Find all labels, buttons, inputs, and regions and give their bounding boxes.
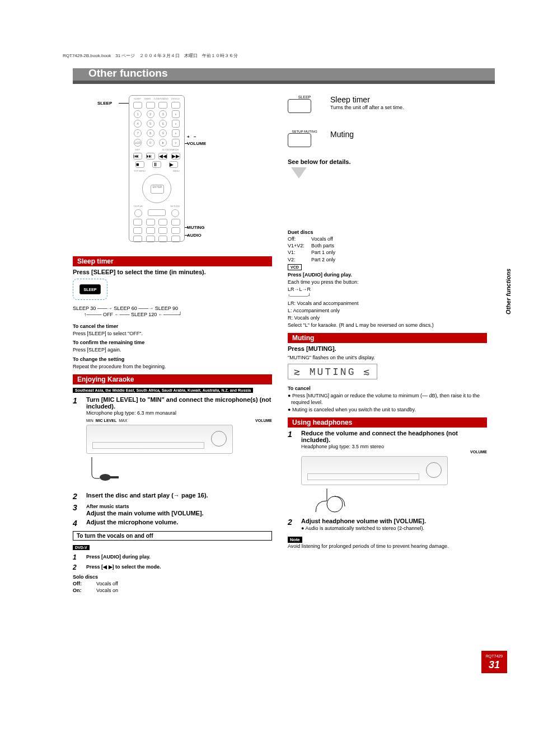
vcd-l: L: Accompaniment only: [288, 307, 487, 314]
hp-step2-h: Adjust headphone volume with [VOLUME].: [301, 518, 487, 524]
step-2-num: 2: [73, 492, 81, 501]
step-4-num: 4: [73, 519, 81, 528]
vcd-press: Press [AUDIO] during play.: [288, 272, 352, 278]
vcd-sel: Select "L" for karaoke. (R and L may be …: [288, 322, 487, 328]
step-1-h: Turn [MIC LEVEL] to "MIN" and connect th…: [86, 396, 272, 410]
svg-point-2: [327, 496, 343, 512]
label-audio: AUDIO: [187, 233, 202, 238]
step-2-h: Insert the disc and start play (→ page 1…: [86, 492, 272, 499]
sleep-instruction: Press [SLEEP] to select the time (in min…: [73, 269, 272, 275]
hp-step1-h: Reduce the volume and connect the headph…: [301, 430, 487, 443]
muting-h-top: Muting: [330, 130, 354, 139]
hp-step2-b: ● Audio is automatically switched to ste…: [305, 525, 487, 532]
sleep-cancel-h: To cancel the timer: [73, 323, 118, 329]
crop-info: RQT7429-2B.book.book 31 ページ ２００４年３月４日 木曜…: [63, 53, 238, 59]
tag-dvdv: DVD-V: [73, 545, 90, 550]
label-muting: MUTING: [187, 225, 205, 230]
muting-btn-icon: [288, 133, 311, 147]
step-4-h: Adjust the microphone volume.: [86, 519, 272, 525]
muting-display: ≳ MUTING ≲: [288, 364, 377, 379]
vocals-step1: Press [AUDIO] during play.: [86, 554, 151, 560]
sleep-change-h: To change the setting: [73, 356, 124, 362]
section-headphones: Using headphones: [288, 417, 487, 428]
vocals-box: To turn the vocals on and off: [73, 531, 272, 541]
duet-h: Duet discs: [288, 229, 313, 235]
sleep-timer-h: Sleep timer: [330, 95, 404, 104]
label-sleep: SLEEP: [97, 101, 112, 106]
vcd-cycle2: ↑————┘: [288, 293, 487, 299]
sleep-btn-icon: [288, 99, 311, 113]
tag-vcd: VCD: [288, 264, 302, 270]
svg-rect-1: [110, 476, 119, 478]
step-1-num: 1: [73, 396, 81, 405]
muting-flash: "MUTING" flashes on the unit's display.: [288, 354, 487, 361]
step-3-h: Adjust the main volume with [VOLUME].: [86, 510, 272, 516]
sleep-confirm-t: Press [SLEEP] again.: [73, 346, 272, 353]
note-tag: Note: [288, 537, 302, 543]
solo-h: Solo discs: [73, 574, 98, 580]
sleep-confirm-h: To confirm the remaining time: [73, 340, 144, 345]
device-image-karaoke: [86, 425, 233, 454]
note-text: Avoid listening for prolonged periods of…: [288, 543, 487, 550]
sleep-sequence: SLEEP 30 ——→ SLEEP 60 ——→ SLEEP 90 ↑——— …: [73, 306, 272, 317]
step-1-t: Microphone plug type: 6.3 mm monaural: [86, 410, 272, 416]
vocals-step2: Press [◀ ▶] to select the mode.: [86, 564, 161, 570]
headphones-icon: [301, 487, 487, 515]
page-title: Other functions: [88, 67, 167, 79]
step-3-pre: After music starts: [86, 504, 129, 509]
microphone-icon: [86, 456, 272, 490]
vcd-r: R: Vocals only: [288, 314, 487, 321]
label-volume: VOLUME: [187, 141, 206, 146]
sleep-cancel-t: Press [SLEEP] to select "OFF".: [73, 330, 272, 337]
section-sleep-timer: Sleep timer: [73, 256, 272, 266]
vcd-each: Each time you press the button:: [288, 279, 487, 285]
hp-step1-t: Headphone plug type: 3.5 mm stereo: [301, 443, 487, 450]
section-karaoke: Enjoying Karaoke: [73, 374, 272, 384]
muting-press: Press [MUTING].: [288, 345, 487, 352]
vcd-cycle: LR→L→R: [288, 286, 487, 293]
svg-point-0: [100, 474, 111, 481]
see-below: See below for details.: [288, 158, 487, 165]
vcd-lr: LR: Vocals and accompaniment: [288, 300, 487, 307]
muting-b2: ● Muting is canceled when you switch the…: [291, 406, 487, 413]
side-tab: Other functions: [505, 269, 512, 314]
sleep-button-diagram: SLEEP: [73, 279, 107, 300]
remote-diagram: SLEEP + − VOLUME MUTING AUDIO SLEEPTIMER…: [73, 95, 272, 252]
device-image-hp: [301, 456, 448, 485]
remote-body: SLEEPTIMERTUNER/BANDDVD/CD 123∧ 456∨ 789…: [129, 95, 185, 242]
sleep-change-t: Repeat the procedure from the beginning.: [73, 363, 272, 370]
region-tag: Southeast Asia, the Middle East, South A…: [73, 388, 253, 393]
muting-b1: ● Press [MUTING] again or reduce the vol…: [291, 392, 487, 406]
upper-right-block: SLEEP Sleep timer Turns the unit off aft…: [288, 95, 487, 179]
hp-step1-num: 1: [288, 430, 296, 439]
label-minus: −: [194, 134, 196, 139]
arrow-down-icon: [291, 167, 307, 179]
hp-step2-num: 2: [288, 518, 296, 527]
muting-cancel-h: To cancel: [288, 386, 311, 391]
label-plus: +: [187, 134, 190, 139]
page-number: RQT7429 31: [481, 651, 507, 673]
step-3-num: 3: [73, 503, 81, 512]
section-muting: Muting: [288, 333, 487, 343]
sleep-timer-d: Turns the unit off after a set time.: [330, 104, 404, 111]
